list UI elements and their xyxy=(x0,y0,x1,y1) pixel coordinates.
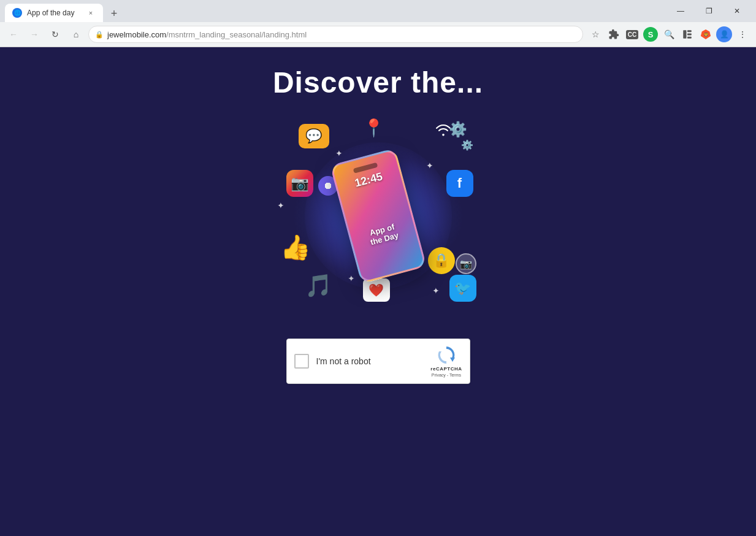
url-domain: jewelmobile.com xyxy=(107,30,166,39)
maximize-button[interactable]: ❐ xyxy=(695,0,723,22)
tab-strip: 🌐 App of the day × + xyxy=(5,0,664,22)
url-text: jewelmobile.com/msntrm_landing_seasonal/… xyxy=(107,30,576,39)
profile-icon[interactable]: 👤 xyxy=(716,26,733,43)
recaptcha-spinner xyxy=(437,345,456,365)
captcha-terms: Terms xyxy=(449,373,461,377)
refresh-button[interactable]: ↻ xyxy=(47,26,64,43)
extensions-icon[interactable] xyxy=(605,26,622,43)
twitter-icon: 🐦 xyxy=(449,275,476,302)
lock-icon: 🔒 xyxy=(428,247,455,274)
address-bar: ← → ↻ ⌂ 🔒 jewelmobile.com/msntrm_landing… xyxy=(0,22,756,47)
menu-icon[interactable]: ⋮ xyxy=(734,26,751,43)
heart-message-icon: ❤️ xyxy=(363,278,390,302)
forward-button[interactable]: → xyxy=(26,26,43,43)
browser-chrome: 🌐 App of the day × + — ❐ ✕ ← → ↻ ⌂ 🔒 jew… xyxy=(0,0,756,47)
home-button[interactable]: ⌂ xyxy=(67,26,85,43)
sidebar-icon[interactable] xyxy=(679,26,696,43)
toolbar-icons: ☆ CC S 🔍 🦁 👤 ⋮ xyxy=(587,26,751,43)
svg-marker-6 xyxy=(450,358,455,362)
gear2-icon: ⚙️ xyxy=(461,139,473,151)
facebook-icon: f xyxy=(446,170,473,197)
svg-rect-0 xyxy=(683,30,686,39)
tab-close-button[interactable]: × xyxy=(86,8,96,18)
phone-app-label: App ofthe Day xyxy=(367,221,399,247)
lock-icon: 🔒 xyxy=(95,31,104,39)
discover-heading: Discover the... xyxy=(273,66,483,99)
captcha-logo: reCAPTCHA Privacy - Terms xyxy=(430,345,462,377)
captcha-label: I'm not a robot xyxy=(316,356,424,366)
search-icon[interactable]: 🔍 xyxy=(660,26,678,43)
gear1-icon: ⚙️ xyxy=(449,121,467,138)
cc-icon[interactable]: CC xyxy=(624,26,641,43)
title-bar: 🌐 App of the day × + — ❐ ✕ xyxy=(0,0,756,22)
thumbsup-icon: 👍 xyxy=(280,233,311,262)
svg-rect-1 xyxy=(687,30,692,32)
tab-favicon: 🌐 xyxy=(12,8,22,18)
svg-rect-2 xyxy=(687,34,692,36)
captcha-links: Privacy - Terms xyxy=(432,373,461,377)
active-tab[interactable]: 🌐 App of the day × xyxy=(5,4,103,22)
captcha-privacy: Privacy xyxy=(432,373,446,377)
url-path: /msntrm_landing_seasonal/landing.html xyxy=(166,30,307,39)
close-button[interactable]: ✕ xyxy=(723,0,751,22)
recaptcha-widget[interactable]: I'm not a robot reCAPTCHA Privacy - Term… xyxy=(286,339,470,384)
phone-time: 12:45 xyxy=(353,170,384,190)
svg-rect-3 xyxy=(687,37,692,39)
window-controls: — ❐ ✕ xyxy=(666,0,751,22)
url-bar[interactable]: 🔒 jewelmobile.com/msntrm_landing_seasona… xyxy=(88,26,583,43)
new-tab-button[interactable]: + xyxy=(105,5,123,22)
location-icon: 📍 xyxy=(363,118,384,138)
instagram-icon: 📷 xyxy=(286,170,313,197)
page-content: Discover the... 💬 📍 ⚙️ ⚙️ 📷 ⏺ xyxy=(0,47,756,536)
star-icon[interactable]: ☆ xyxy=(587,26,604,43)
brave-icon[interactable]: 🦁 xyxy=(697,26,714,43)
tab-title: App of the day xyxy=(27,9,81,17)
sparkle4: ✦ xyxy=(432,286,440,296)
sparkle2: ✦ xyxy=(426,161,433,170)
camera-circle-icon: 📷 xyxy=(456,253,476,274)
skype-icon[interactable]: S xyxy=(642,26,659,43)
captcha-checkbox[interactable] xyxy=(294,354,309,369)
sparkle1: ✦ xyxy=(335,148,343,158)
recaptcha-brand: reCAPTCHA xyxy=(430,366,462,372)
minimize-button[interactable]: — xyxy=(666,0,695,22)
back-button[interactable]: ← xyxy=(5,26,22,43)
svg-text:🦁: 🦁 xyxy=(703,32,709,37)
hero-image: 💬 📍 ⚙️ ⚙️ 📷 ⏺ f 12:45 App ofthe Day xyxy=(274,112,483,320)
music-icon: 🎵 xyxy=(305,273,332,299)
sparkle3: ✦ xyxy=(348,274,355,283)
chat-icon: 💬 xyxy=(299,124,329,148)
sparkle5: ✦ xyxy=(277,201,284,210)
